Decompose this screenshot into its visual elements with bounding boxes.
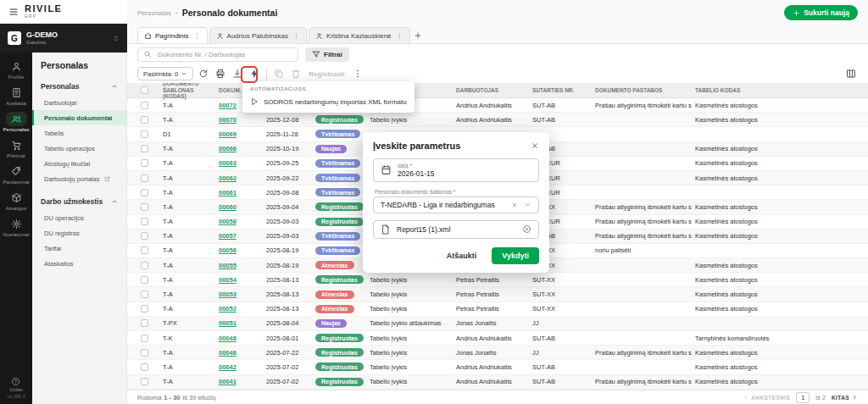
row-checkbox[interactable] <box>141 130 148 138</box>
table-row[interactable]: T-A000462025-07-22RegistruotasTabelio įv… <box>127 346 868 360</box>
company-selector[interactable]: G G-DEMO Galutinis <box>0 24 127 53</box>
next-page-button[interactable]: KITAS <box>832 394 858 401</box>
row-checkbox[interactable] <box>141 335 148 342</box>
row-checkbox[interactable] <box>141 262 148 269</box>
chevron-down-icon[interactable] <box>524 201 531 208</box>
sidebar-item[interactable]: Personalo dokumentai <box>32 110 126 125</box>
tab-menu-icon[interactable] <box>193 32 201 40</box>
cancel-button[interactable]: Atšaukti <box>442 251 482 261</box>
filters-button[interactable]: Filtrai <box>305 47 349 62</box>
prev-page-button[interactable]: ANKSTESNIS <box>743 394 790 401</box>
sidebar-item[interactable]: Ataskaitos <box>32 256 126 271</box>
automation-menu-item[interactable]: SODROS nedarbingumų importas XML formatu <box>242 94 415 109</box>
sidebar-item[interactable]: Tabelio operacijos <box>32 141 126 156</box>
row-checkbox[interactable] <box>141 189 148 196</box>
document-link[interactable]: 00060 <box>219 203 236 211</box>
sidebar-section-header[interactable]: Personalas <box>32 78 126 95</box>
rail-item-pirkimai[interactable]: Pirkimai <box>1 136 31 161</box>
search-input[interactable] <box>156 50 292 59</box>
add-tab-button[interactable] <box>410 27 426 43</box>
sidebar-section-header[interactable]: Darbo užmokestis <box>32 193 126 210</box>
remove-file-icon[interactable] <box>522 224 531 234</box>
document-link[interactable]: 00053 <box>219 291 236 298</box>
copy-button[interactable] <box>272 67 286 80</box>
row-checkbox[interactable] <box>141 145 148 152</box>
row-checkbox[interactable] <box>141 116 148 124</box>
rail-item-apskaita[interactable]: Apskaita <box>1 83 31 108</box>
current-page[interactable]: 1 <box>796 392 810 403</box>
row-checkbox[interactable] <box>141 363 148 371</box>
row-checkbox[interactable] <box>141 276 148 284</box>
document-link[interactable]: 00072 <box>219 102 236 109</box>
sidebar-item[interactable]: Tarifai <box>32 241 126 256</box>
rail-item-personalas[interactable]: Personalas <box>1 109 31 135</box>
row-checkbox[interactable] <box>141 246 148 254</box>
row-checkbox[interactable] <box>141 305 148 313</box>
column-settings-button[interactable] <box>844 67 858 80</box>
breadcrumb-parent[interactable]: Personalas <box>137 9 171 17</box>
menu-toggle-icon[interactable] <box>8 7 19 17</box>
rail-item-profilis[interactable]: Profilis <box>1 57 31 82</box>
table-row[interactable]: T-A000532025-08-13AtmestasTabelio įvykis… <box>127 287 868 302</box>
row-checkbox[interactable] <box>141 349 148 357</box>
tab-menu-icon[interactable] <box>396 32 403 40</box>
close-icon[interactable] <box>531 141 539 150</box>
row-checkbox[interactable] <box>141 102 148 109</box>
document-link[interactable]: 00066 <box>219 145 236 152</box>
document-link[interactable]: 00069 <box>219 130 236 138</box>
document-link[interactable]: 00062 <box>219 174 236 182</box>
document-link[interactable]: 00055 <box>219 262 236 269</box>
document-link[interactable]: 00061 <box>219 189 236 196</box>
document-link[interactable]: 00048 <box>219 335 236 342</box>
document-link[interactable]: 00046 <box>219 349 236 357</box>
template-select[interactable]: T-NEDARB - Liga ir nedarbingumas <box>373 196 539 213</box>
export-button[interactable] <box>231 67 244 80</box>
table-row[interactable]: T-PX000512025-08-04NaujasTabelio įvykio … <box>127 317 868 331</box>
clear-icon[interactable] <box>511 202 518 208</box>
row-checkbox[interactable] <box>141 291 148 298</box>
refresh-button[interactable] <box>197 67 210 80</box>
tab-menu-icon[interactable] <box>292 32 300 40</box>
sidebar-item[interactable]: Tabelis <box>32 125 126 141</box>
print-button[interactable] <box>214 67 227 80</box>
select-all-checkbox[interactable] <box>141 86 148 94</box>
row-checkbox[interactable] <box>141 203 148 211</box>
sidebar-item[interactable]: DU registras <box>32 225 126 241</box>
tab-kristina-kazlauskienė[interactable]: Kristina Kazlauskienė <box>309 27 409 43</box>
document-link[interactable]: 00070 <box>219 116 236 124</box>
rail-item-atsargos[interactable]: Atsargos <box>1 188 31 213</box>
delete-button[interactable] <box>289 67 303 80</box>
column-header-7[interactable]: SUTARTIES NR. <box>529 87 592 93</box>
row-checkbox[interactable] <box>141 218 148 225</box>
document-link[interactable]: 00056 <box>219 246 236 254</box>
sidebar-item[interactable]: Darbuotojai <box>32 95 126 110</box>
create-new-button[interactable]: Sukurti naują <box>784 5 858 20</box>
table-row[interactable]: T-A000542025-08-13RegistruotasTabelio įv… <box>127 273 868 287</box>
document-link[interactable]: 00054 <box>219 276 236 284</box>
row-checkbox[interactable] <box>141 232 148 240</box>
table-row[interactable]: T-A000422025-07-02RegistruotasTabelio įv… <box>127 360 868 374</box>
column-header-1[interactable]: DOKUMENTO ŠABLONAS (KODAS) <box>159 83 215 100</box>
tab-audrius-palubinskas[interactable]: Audrius Palubinskas <box>209 27 307 43</box>
document-link[interactable]: 00052 <box>219 305 236 313</box>
table-row[interactable]: T-A00072Tabelio įvykisAndrius Andriukait… <box>127 98 868 113</box>
submit-button[interactable]: Vykdyti <box>492 247 539 264</box>
more-actions-button[interactable] <box>351 67 364 80</box>
table-row[interactable]: T-A000702025-12-08RegistruotasTabelio įv… <box>127 113 868 127</box>
rail-item-nustatymai[interactable]: Nustatymai <box>1 214 31 240</box>
document-link[interactable]: 00041 <box>219 378 236 385</box>
row-checkbox[interactable] <box>141 159 148 167</box>
document-link[interactable]: 00051 <box>219 319 236 327</box>
column-header-8[interactable]: DOKUMENTO PASTABOS <box>592 87 692 93</box>
register-button[interactable]: Registruoti <box>306 70 347 78</box>
table-row[interactable]: T-A000522025-08-13AtmestasTabelio įvykis… <box>127 302 868 317</box>
date-field[interactable]: data * 2026-01-15 <box>373 158 539 182</box>
document-link[interactable]: 00063 <box>219 159 236 167</box>
document-link[interactable]: 00057 <box>219 232 236 240</box>
automation-button[interactable] <box>248 67 261 80</box>
selected-count-dropdown[interactable]: Pasirinkta: 0 <box>137 67 193 80</box>
sidebar-item[interactable]: Darbuotojų portalas <box>32 171 126 186</box>
row-checkbox[interactable] <box>141 174 148 182</box>
column-header-0[interactable] <box>137 86 159 94</box>
sidebar-item[interactable]: DU operacijos <box>32 210 126 225</box>
